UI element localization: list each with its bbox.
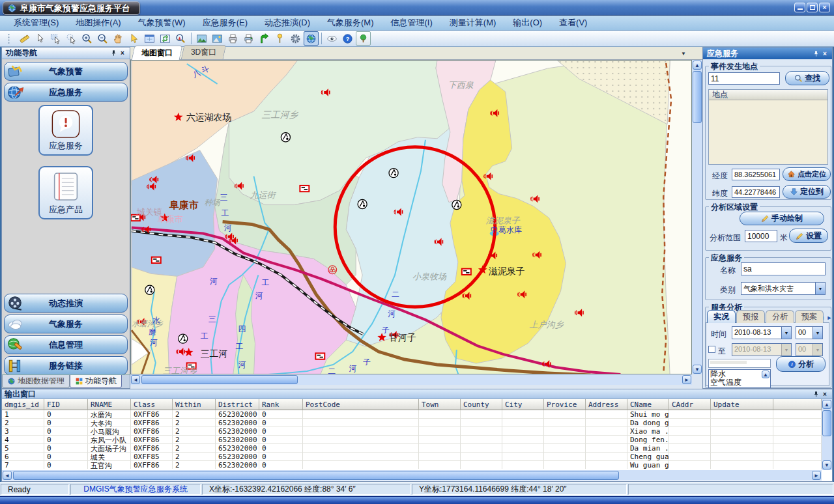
element-listbox[interactable]: ▲ 降水空气温度 bbox=[708, 369, 771, 388]
menu-item[interactable]: 测量计算(M) bbox=[441, 15, 505, 31]
close-button[interactable]: × bbox=[819, 3, 830, 12]
measure-button[interactable] bbox=[17, 31, 32, 46]
map-vertical-scrollbar[interactable]: ▲ ▼ bbox=[692, 60, 702, 374]
export-map-button[interactable] bbox=[210, 31, 225, 46]
globe-3d-button[interactable] bbox=[304, 31, 319, 46]
sidebar-group-dynamic-deduction[interactable]: 动态推演 bbox=[4, 294, 128, 313]
print-button[interactable] bbox=[225, 31, 240, 46]
menu-item[interactable]: 气象服务(M) bbox=[319, 15, 382, 31]
scroll-right-icon[interactable]: ► bbox=[812, 471, 821, 480]
longitude-field[interactable] bbox=[732, 169, 780, 180]
help-button[interactable] bbox=[340, 31, 355, 46]
date-select[interactable]: 2010-08-13 ▼ bbox=[732, 326, 792, 339]
column-header[interactable]: Rank bbox=[259, 399, 303, 410]
table-row[interactable]: 60城关0XFF8526523020000Cheng guan bbox=[2, 453, 822, 461]
menu-item[interactable]: 系统管理(S) bbox=[5, 15, 67, 31]
menu-item[interactable]: 气象预警(W) bbox=[130, 15, 194, 31]
scroll-down-icon[interactable]: ▼ bbox=[693, 365, 702, 374]
zoom-out-button[interactable] bbox=[95, 31, 110, 46]
table-row[interactable]: 50大面场子沟0XFF8626523020000Da mian ... bbox=[2, 444, 822, 453]
zoom-in-button[interactable] bbox=[79, 31, 94, 46]
pin-icon[interactable] bbox=[811, 49, 820, 58]
hour-select[interactable]: 00 ▼ bbox=[796, 326, 823, 339]
map-tab-dropdown-icon[interactable]: ▼ bbox=[679, 49, 688, 58]
table-row[interactable]: 10水磨沟0XFF8626523020000Shui mo gou bbox=[2, 410, 822, 419]
menu-item[interactable]: 信息管理(I) bbox=[382, 15, 441, 31]
map-horizontal-scrollbar[interactable]: ◄ ► bbox=[130, 374, 692, 385]
scroll-right-icon[interactable]: ► bbox=[682, 375, 691, 384]
full-extent-button[interactable] bbox=[142, 31, 157, 46]
location-list[interactable]: 地点 bbox=[708, 89, 828, 165]
scrollbar-thumb[interactable] bbox=[13, 471, 619, 480]
output-horizontal-scrollbar[interactable]: ◄ ► bbox=[2, 470, 822, 481]
location-search-input[interactable] bbox=[708, 72, 780, 85]
menu-item[interactable]: 查看(V) bbox=[551, 15, 596, 31]
marquee-select-button[interactable] bbox=[48, 31, 63, 46]
latitude-field[interactable] bbox=[732, 186, 780, 198]
manual-draw-button[interactable]: 手动绘制 bbox=[740, 212, 824, 225]
sidebar-group-weather-warning[interactable]: 气象预警 bbox=[4, 62, 128, 81]
analyze-button[interactable]: 分析 bbox=[776, 356, 826, 372]
scroll-left-icon[interactable]: ◄ bbox=[3, 471, 12, 480]
column-header[interactable]: PostCode bbox=[303, 399, 419, 410]
column-header[interactable]: Within bbox=[173, 399, 216, 410]
tab-预案[interactable]: 预案 bbox=[795, 310, 824, 323]
pointer-button[interactable] bbox=[126, 31, 141, 46]
export-image-button[interactable] bbox=[194, 31, 209, 46]
refresh-view-button[interactable] bbox=[158, 31, 173, 46]
column-header[interactable]: FID bbox=[44, 399, 88, 410]
tab-map-data-management[interactable]: 地图数据管理 bbox=[2, 375, 70, 388]
menu-item[interactable]: 动态推演(D) bbox=[256, 15, 319, 31]
tree-layer-button[interactable] bbox=[356, 31, 371, 46]
emergency-product-button[interactable]: 应急产品 bbox=[38, 166, 93, 219]
date-to-select[interactable]: 2010-08-13 ▼ bbox=[732, 343, 792, 356]
menu-item[interactable]: 输出(O) bbox=[504, 15, 551, 31]
list-item[interactable]: 空气温度 bbox=[709, 378, 770, 387]
scrollbar-thumb[interactable] bbox=[141, 375, 298, 384]
minimize-button[interactable] bbox=[794, 3, 805, 12]
grip-button[interactable] bbox=[1, 31, 16, 46]
map-canvas[interactable]: 八 斗六运湖农场三工河乡下西泉九运街阜康市种场城关镇阜康市滋泥泉子中葛水库滋泥泉… bbox=[130, 60, 692, 374]
column-header[interactable]: Address bbox=[586, 399, 627, 410]
zoom-scale-button[interactable] bbox=[173, 31, 188, 46]
table-row[interactable]: 70五官沟0XFF8626523020000Wu guan gou bbox=[2, 461, 822, 469]
sidebar-group-emergency-service[interactable]: 应急服务 bbox=[4, 83, 128, 102]
scroll-up-icon[interactable]: ▲ bbox=[762, 371, 769, 378]
column-header[interactable]: RNAME bbox=[88, 399, 131, 410]
column-header[interactable]: Class bbox=[131, 399, 173, 410]
tab-预报[interactable]: 预报 bbox=[736, 310, 765, 323]
pan-hand-button[interactable] bbox=[111, 31, 126, 46]
pin-icon[interactable] bbox=[811, 390, 820, 399]
pin-icon[interactable] bbox=[109, 49, 118, 57]
close-icon[interactable]: × bbox=[820, 390, 829, 399]
tab-分析[interactable]: 分析 bbox=[766, 310, 794, 323]
scroll-down-icon[interactable]: ▼ bbox=[822, 460, 831, 469]
column-header[interactable]: CName bbox=[627, 399, 669, 410]
column-header[interactable]: District bbox=[216, 399, 259, 410]
restore-button[interactable] bbox=[807, 3, 818, 12]
sidebar-group-weather-service[interactable]: 气象服务 bbox=[4, 315, 128, 333]
hour-to-select[interactable]: 00 ▼ bbox=[796, 343, 823, 356]
scrollbar-thumb[interactable] bbox=[693, 71, 702, 123]
column-header[interactable]: Update bbox=[711, 399, 773, 410]
table-row[interactable]: 40东风一小队0XFF8626523020000Dong fen... bbox=[2, 436, 822, 444]
table-row[interactable]: 20大冬沟0XFF8626523020000Da dong gou bbox=[2, 419, 822, 427]
set-button[interactable]: 设置 bbox=[789, 229, 828, 243]
settings-gear-button[interactable] bbox=[288, 31, 303, 46]
column-header[interactable]: dmgis_id bbox=[2, 399, 44, 410]
column-header[interactable]: County bbox=[461, 399, 502, 410]
to-checkbox[interactable] bbox=[708, 346, 715, 353]
close-icon[interactable]: × bbox=[118, 49, 127, 57]
click-locate-button[interactable]: 点击定位 bbox=[783, 167, 831, 181]
menu-item[interactable]: 应急服务(E) bbox=[194, 15, 256, 31]
chevron-down-icon[interactable]: ▼ bbox=[781, 327, 791, 339]
chevron-down-icon[interactable]: ▼ bbox=[815, 283, 825, 294]
analysis-range-input[interactable] bbox=[745, 230, 777, 242]
column-header[interactable]: Town bbox=[419, 399, 461, 410]
close-icon[interactable]: × bbox=[820, 49, 829, 58]
select-cursor-button[interactable] bbox=[33, 31, 48, 46]
column-header[interactable]: CAddr bbox=[669, 399, 711, 410]
eye-visibility-button[interactable] bbox=[324, 31, 339, 46]
scroll-left-icon[interactable]: ◄ bbox=[131, 375, 140, 384]
table-row[interactable]: 30小马厩沟0XFF8626523020000Xiao ma ... bbox=[2, 427, 822, 436]
